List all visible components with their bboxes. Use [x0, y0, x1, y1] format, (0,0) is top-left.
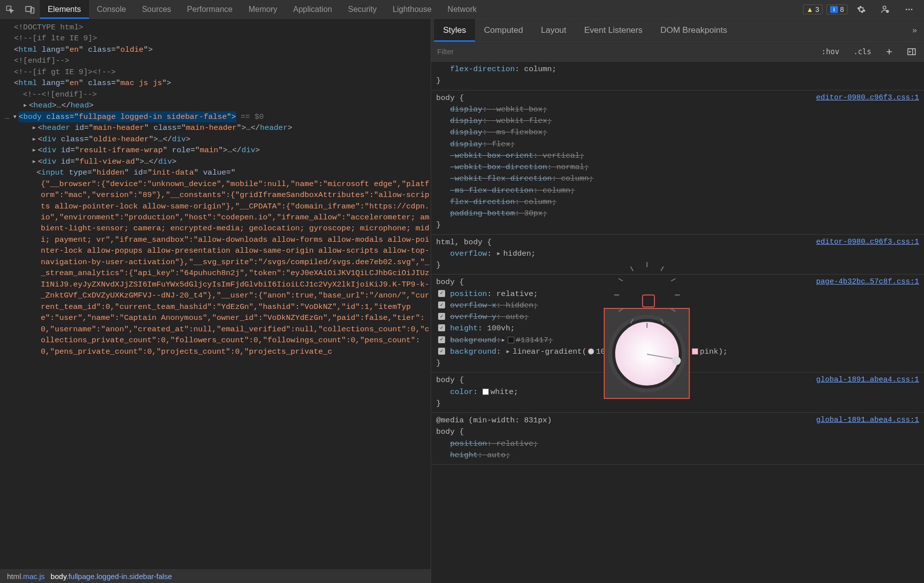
dom-tree[interactable]: <!DOCTYPE html> <!--[if lte IE 9]> <html…: [0, 19, 431, 569]
styles-filter-bar: :hov .cls: [431, 42, 924, 62]
tab-styles[interactable]: Styles: [434, 19, 475, 41]
tab-event-listeners[interactable]: Event Listeners: [575, 19, 651, 41]
doctype: <!DOCTYPE html>: [14, 23, 84, 32]
svg-point-5: [906, 8, 907, 10]
expand-caret-icon[interactable]: ▸: [32, 145, 38, 156]
info-badge[interactable]: i8: [827, 4, 847, 14]
more-icon[interactable]: [899, 0, 919, 18]
tab-dom-breakpoints[interactable]: DOM Breakpoints: [651, 19, 736, 41]
warnings-count: 3: [815, 5, 819, 13]
color-swatch[interactable]: [508, 337, 514, 343]
expand-caret-icon[interactable]: ▸: [32, 122, 38, 133]
comment: <![endif]-->: [14, 56, 70, 65]
svg-point-4: [886, 10, 889, 12]
inspect-element-icon[interactable]: [0, 0, 20, 18]
comment: <!--<![endif]-->: [23, 90, 97, 99]
source-link[interactable]: editor-0980…c96f3.css:1: [816, 237, 919, 248]
selected-body-element[interactable]: <body class="fullpage logged-in sidebar-…: [18, 111, 236, 122]
expand-caret-icon[interactable]: ▸: [23, 100, 29, 111]
expand-caret-icon[interactable]: ▾: [12, 111, 18, 122]
info-count: 8: [840, 5, 844, 13]
expand-caret-icon[interactable]: ▸: [506, 346, 513, 358]
style-rule[interactable]: editor-0980…c96f3.css:1 html, body { ove…: [431, 235, 924, 275]
more-tabs-icon[interactable]: »: [906, 25, 924, 35]
account-icon[interactable]: [875, 0, 895, 18]
property-checkbox[interactable]: ✓: [438, 336, 445, 343]
tab-sources[interactable]: Sources: [134, 0, 179, 18]
hov-toggle[interactable]: :hov: [818, 45, 843, 58]
source-link[interactable]: editor-0980…c96f3.css:1: [816, 93, 919, 104]
warnings-badge[interactable]: ▲3: [803, 4, 823, 14]
property-checkbox[interactable]: ✓: [438, 324, 445, 331]
devtools-main-tabs: Elements Console Sources Performance Mem…: [0, 0, 924, 19]
crumb-body[interactable]: body.fullpage.logged-in.sidebar-false: [48, 572, 175, 581]
expand-caret-icon[interactable]: ▸: [32, 156, 38, 167]
color-swatch[interactable]: [482, 389, 489, 395]
comment: <!--[if gt IE 9]><!-->: [14, 68, 116, 77]
source-link[interactable]: global-1891…abea4.css:1: [816, 375, 919, 386]
tab-console[interactable]: Console: [89, 0, 134, 18]
init-data-value: {"__browser":{"device":"unknown_device",…: [5, 179, 431, 358]
tab-lighthouse[interactable]: Lighthouse: [385, 0, 440, 18]
style-rule[interactable]: @media (min-width: 831px) global-1891…ab…: [431, 413, 924, 465]
angle-swatch[interactable]: [588, 348, 594, 355]
property-checkbox[interactable]: ✓: [438, 348, 445, 355]
breadcrumb: html.mac.js body.fullpage.logged-in.side…: [0, 569, 431, 583]
source-link[interactable]: page-4b32bc…57c8f.css:1: [816, 277, 919, 288]
svg-point-6: [909, 8, 910, 10]
tab-performance[interactable]: Performance: [179, 0, 241, 18]
expand-caret-icon[interactable]: ▸: [501, 335, 508, 346]
styles-filter-input[interactable]: [437, 47, 749, 56]
settings-icon[interactable]: [851, 0, 871, 18]
crumb-html[interactable]: html.mac.js: [4, 572, 48, 581]
tab-security[interactable]: Security: [340, 0, 385, 18]
angle-knob[interactable]: [672, 356, 681, 365]
source-link[interactable]: global-1891…abea4.css:1: [816, 415, 919, 426]
style-rule[interactable]: editor-0980…c96f3.css:1 body { display: …: [431, 91, 924, 235]
tab-application[interactable]: Application: [285, 0, 340, 18]
tab-elements[interactable]: Elements: [40, 0, 89, 18]
svg-point-3: [883, 6, 886, 9]
expand-caret-icon[interactable]: ▸: [496, 248, 503, 260]
styles-sidebar-tabs: Styles Computed Layout Event Listeners D…: [431, 19, 924, 42]
property-checkbox[interactable]: ✓: [438, 313, 445, 320]
tab-memory[interactable]: Memory: [241, 0, 285, 18]
comment: <!--[if lte IE 9]>: [14, 34, 97, 43]
cls-toggle[interactable]: .cls: [849, 45, 875, 58]
expand-caret-icon[interactable]: ▸: [32, 134, 38, 145]
toggle-sidebar-icon[interactable]: [903, 46, 920, 58]
property-checkbox[interactable]: ✓: [438, 290, 445, 297]
tab-network[interactable]: Network: [440, 0, 485, 18]
new-style-rule-icon[interactable]: [881, 46, 897, 58]
device-toolbar-icon[interactable]: [20, 0, 40, 18]
style-rule[interactable]: flex-direction: column; }: [431, 62, 924, 91]
angle-picker-popover[interactable]: [604, 308, 690, 399]
tab-layout[interactable]: Layout: [532, 19, 575, 41]
color-swatch[interactable]: [692, 348, 698, 355]
svg-point-7: [911, 8, 913, 10]
angle-dial[interactable]: [612, 319, 682, 389]
tab-computed[interactable]: Computed: [475, 19, 532, 41]
property-checkbox[interactable]: ✓: [438, 301, 445, 308]
